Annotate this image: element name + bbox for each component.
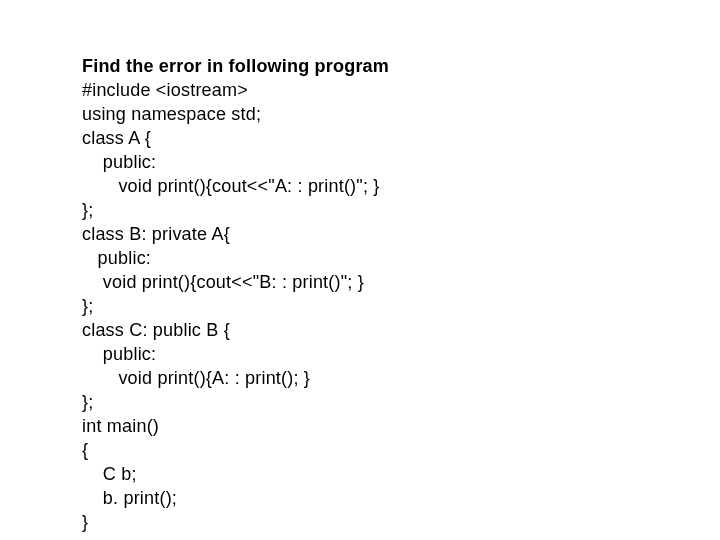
slide-page: Find the error in following program #inc…: [0, 0, 720, 540]
code-block: #include <iostream> using namespace std;…: [82, 78, 720, 534]
slide-heading: Find the error in following program: [82, 54, 720, 78]
